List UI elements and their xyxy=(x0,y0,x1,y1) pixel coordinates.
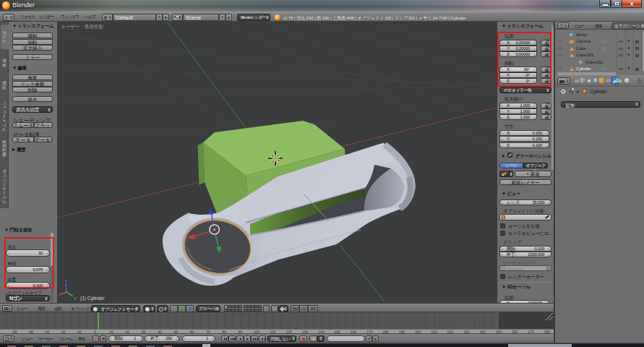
svg-text:z: z xyxy=(65,278,67,283)
svg-text:y: y xyxy=(74,296,77,300)
svg-text:x: x xyxy=(57,294,58,299)
